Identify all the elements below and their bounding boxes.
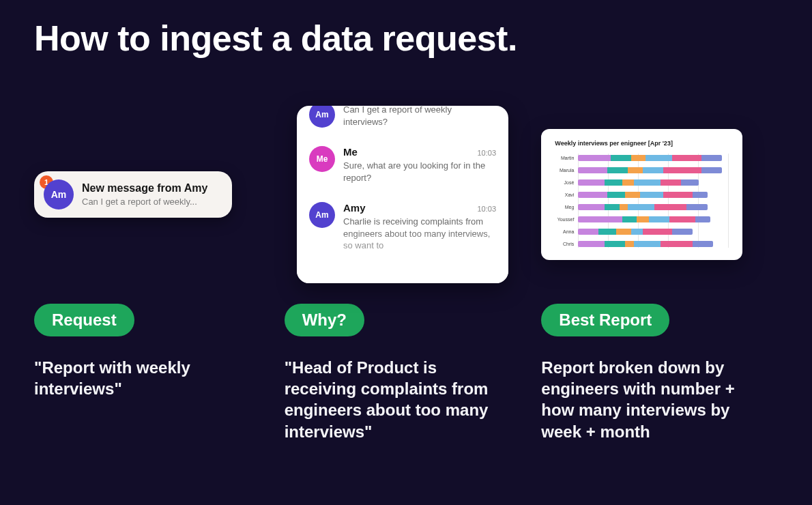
chart-segment	[669, 216, 696, 222]
avatar: Am	[309, 106, 335, 128]
columns: 1 Am New message from Amy Can I get a re…	[0, 106, 812, 442]
chart-segment	[634, 179, 661, 186]
chart-row-label: Anna	[551, 229, 574, 234]
message-time: 10:03	[477, 205, 496, 213]
desc-request: "Report with weekly interviews"	[34, 357, 246, 399]
pill-why: Why?	[285, 304, 364, 336]
chart-row: Youssef	[551, 215, 729, 223]
chart-segment	[640, 192, 663, 198]
chart-segment	[643, 229, 672, 235]
chart-segment	[654, 204, 686, 210]
column-why: AmCan I get a report of weekly interview…	[271, 106, 521, 442]
chart-segment	[625, 192, 640, 198]
chart-segment	[631, 229, 643, 235]
notification-card: 1 Am New message from Amy Can I get a re…	[34, 171, 232, 218]
chart-area: MartinMarulaJoséXaviMegYoussefAnnaChris	[551, 154, 729, 248]
pill-best: Best Report	[541, 304, 669, 336]
column-best: Weekly interviews per enigneer [Apr '23]…	[521, 106, 778, 442]
chart-row: Martin	[551, 154, 729, 162]
chart-segment	[634, 241, 661, 247]
notification-body: Can I get a report of weekly...	[82, 197, 217, 207]
chart-segment	[628, 167, 643, 173]
chart-segment	[616, 229, 631, 235]
chart-segment	[686, 204, 707, 210]
chart-row-label: Xavi	[551, 192, 574, 197]
visual-request: 1 Am New message from Amy Can I get a re…	[34, 106, 271, 283]
message-sender: Me	[343, 146, 358, 158]
avatar: Am	[44, 179, 74, 210]
chart-segment	[663, 192, 693, 198]
chart-row: Anna	[551, 227, 729, 235]
chart-bar	[578, 155, 722, 161]
message-sender: Amy	[343, 202, 366, 214]
chart-row: Meg	[551, 203, 729, 211]
message-text: Charlie is receiving complaints from eng…	[343, 216, 496, 252]
avatar: Me	[309, 146, 335, 172]
chart-segment	[578, 179, 605, 186]
chart-segment	[620, 204, 628, 210]
chart-row-label: Marula	[551, 168, 574, 173]
chat-card: AmCan I get a report of weekly interview…	[297, 106, 508, 283]
chart-row: Chris	[551, 240, 729, 248]
chart-row-label: Chris	[551, 242, 574, 246]
chart-segment	[637, 216, 648, 222]
chart-segment	[681, 179, 699, 186]
chart-segment	[622, 179, 634, 186]
chat-message: MeMe10:03Sure, what are you looking for …	[309, 136, 496, 192]
chart-row: Marula	[551, 166, 729, 174]
chart-row-label: José	[551, 180, 574, 185]
chart-row: Xavi	[551, 190, 729, 199]
chart-segment	[661, 179, 681, 186]
message-text: Sure, what are you looking for in the re…	[343, 160, 496, 184]
chart-row-label: Youssef	[551, 217, 574, 222]
chart-segment	[643, 167, 663, 173]
chart-segment	[605, 179, 622, 186]
page-title: How to ingest a data request.	[34, 19, 517, 58]
desc-why: "Head of Product is receiving complaints…	[285, 357, 496, 442]
message-text: Can I get a report of weekly interviews?	[343, 106, 496, 128]
chart-bar	[578, 192, 707, 198]
chart-bar	[578, 216, 710, 222]
chart-segment	[605, 241, 625, 247]
chart-segment	[693, 192, 708, 198]
chart-bar	[578, 167, 722, 173]
visual-why: AmCan I get a report of weekly interview…	[285, 106, 521, 283]
chart-segment	[649, 216, 669, 222]
chat-message: AmAmy10:03Charlie is receiving complaint…	[309, 192, 496, 261]
visual-best: Weekly interviews per enigneer [Apr '23]…	[541, 106, 778, 283]
chart-segment	[661, 241, 693, 247]
chart-segment	[646, 155, 672, 161]
chart-segment	[672, 155, 701, 161]
chart-bar	[578, 204, 707, 210]
chart-segment	[607, 192, 625, 198]
column-request: 1 Am New message from Amy Can I get a re…	[34, 106, 271, 442]
desc-best: Report broken down by engineers with num…	[541, 357, 753, 442]
chart-segment	[693, 241, 713, 247]
message-time: 10:03	[477, 149, 496, 157]
chart-row-label: Martin	[551, 156, 574, 160]
chart-bar	[578, 229, 693, 235]
chart-bar	[578, 241, 713, 247]
chart-bar	[578, 179, 698, 186]
chart-segment	[607, 167, 628, 173]
chart-segment	[663, 167, 701, 173]
chart-segment	[628, 204, 654, 210]
chart-segment	[631, 155, 646, 161]
chart-segment	[578, 167, 607, 173]
chart-segment	[625, 241, 634, 247]
chart-segment	[578, 155, 610, 161]
avatar: Am	[309, 202, 335, 228]
chat-message: AmCan I get a report of weekly interview…	[309, 106, 496, 136]
chart-segment	[672, 229, 693, 235]
pill-request: Request	[34, 304, 134, 336]
chart-segment	[578, 204, 605, 210]
chart-segment	[611, 155, 631, 161]
chart-segment	[622, 216, 637, 222]
chart-segment	[605, 204, 620, 210]
chart-segment	[578, 241, 605, 247]
chart-segment	[598, 229, 616, 235]
chart-card: Weekly interviews per enigneer [Apr '23]…	[541, 129, 742, 260]
chart-segment	[701, 167, 722, 173]
chart-segment	[578, 229, 598, 235]
chart-segment	[701, 155, 722, 161]
